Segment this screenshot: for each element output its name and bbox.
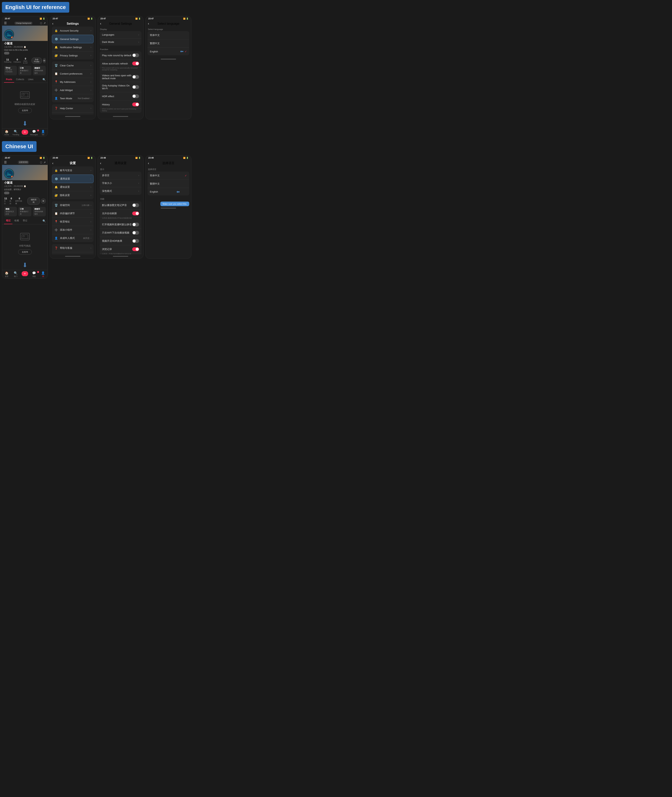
share-icon[interactable]: □ [40, 22, 42, 25]
tab-posts[interactable]: Posts [4, 77, 14, 83]
menu-icon[interactable]: ☰ [4, 21, 7, 25]
profile-toggle-zh[interactable] [4, 192, 10, 194]
settings-gear-icon-zh[interactable]: ⚙ [41, 198, 46, 203]
settings-about[interactable]: ℹ️ About 小红书 › [52, 112, 94, 115]
go-publish-btn-zh[interactable]: 去发布 [18, 249, 32, 255]
nav-messages[interactable]: 💬 1 Messages [29, 130, 38, 136]
back-btn-zh3[interactable]: ‹ [100, 161, 101, 165]
settings-clear-cache[interactable]: 🗑️ Clear Cache › [52, 61, 94, 70]
profile-toggle[interactable] [4, 52, 10, 54]
history[interactable]: History [100, 101, 141, 109]
play-note-sound[interactable]: Play note sound by default [100, 51, 141, 59]
edit-profile-btn[interactable]: Edit Profile [32, 57, 42, 64]
play-note-toggle-zh[interactable] [132, 203, 139, 207]
nav-trending[interactable]: 🔍 Trending [11, 130, 21, 136]
lang-traditional-zh[interactable]: 繁體中文 [147, 180, 189, 188]
cart-item[interactable]: 购物车 查看你的购物车 [33, 66, 46, 75]
settings-content-zh[interactable]: 📋 内容偏好调节 › [52, 209, 94, 218]
nav-messages-zh[interactable]: 💬 1 消息 [29, 271, 38, 278]
nav-home[interactable]: 🏠 Home [2, 130, 11, 136]
send-icon[interactable]: ↗ [43, 22, 46, 25]
back-btn-3[interactable]: ‹ [100, 22, 101, 26]
cart-item-zh[interactable]: 购物车 查看你的购物车 [33, 207, 46, 216]
nav-home-zh[interactable]: 🏠 首页 [2, 271, 11, 278]
search-icon-zh[interactable]: 🔍 [43, 219, 46, 222]
settings-help[interactable]: ❓ Help Center › [52, 104, 94, 112]
tab-notes[interactable]: 笔记 [4, 217, 13, 224]
nav-me-zh[interactable]: 👤 我 [38, 271, 48, 278]
play-note-toggle[interactable] [132, 53, 139, 57]
settings-general[interactable]: ⚙️ General Settings › [52, 35, 94, 43]
lang-simplified-zh[interactable]: 简体中文 ✓ [147, 172, 189, 180]
back-btn-4[interactable]: ‹ [148, 22, 149, 26]
shop-item[interactable]: Shop Fan and Fantastic [4, 66, 17, 75]
settings-addresses[interactable]: 📍 My Addresses › [52, 78, 94, 86]
languages-item-zh[interactable]: 多语言 ⬅ › [100, 172, 141, 179]
send-icon-zh[interactable]: ↗ [43, 161, 46, 164]
default-mute-toggle-zh[interactable] [132, 223, 139, 227]
wifi-autoplay[interactable]: Only Autoplay Videos On Wi-Fi [100, 82, 141, 92]
default-mute-toggle[interactable] [132, 75, 139, 79]
settings-teen-mode[interactable]: 👤 Teen Mode Not Enabled › [52, 94, 94, 102]
tab-liked[interactable]: 赞过 [21, 217, 29, 224]
settings-add-widget[interactable]: ➕ Add Widget › [52, 86, 94, 94]
languages-item[interactable]: Languages ⬅ › [100, 31, 141, 38]
wifi-autoplay-zh[interactable]: 只在WiFi下自动播放视频 [100, 229, 141, 237]
auto-refresh[interactable]: Allow automatic refresh [100, 59, 141, 68]
nav-me[interactable]: 👤 Me [38, 130, 48, 136]
change-bg-btn-zh[interactable]: 设置背景照 [18, 160, 29, 164]
history-toggle[interactable] [132, 102, 139, 106]
history-toggle-zh[interactable] [132, 247, 139, 251]
dark-mode-item[interactable]: Dark Mode › [100, 38, 141, 46]
dark-mode-item-zh[interactable]: 深色模式 › [100, 187, 141, 195]
back-btn[interactable]: ‹ [52, 22, 53, 26]
go-publish-btn[interactable]: 去发布 [18, 108, 32, 113]
back-btn-zh4[interactable]: ‹ [148, 161, 149, 165]
settings-address-zh[interactable]: 📍 收货地址 › [52, 218, 94, 226]
wifi-autoplay-toggle[interactable] [132, 85, 139, 89]
lang-english-zh[interactable]: English ⬅ [147, 188, 189, 195]
lang-simplified[interactable]: 简体中文 [147, 31, 189, 39]
change-bg-btn[interactable]: Change background [14, 22, 32, 25]
edit-profile-btn-zh[interactable]: 编辑资料 [27, 197, 40, 204]
settings-about-zh[interactable]: ℹ️ 关于小红书 › [52, 252, 94, 254]
lang-traditional[interactable]: 繁體中文 [147, 39, 189, 48]
tab-likes[interactable]: Likes [26, 77, 35, 83]
nav-add-zh[interactable]: + [20, 271, 29, 278]
orders-item-zh[interactable]: 订单 查看我的订单 [18, 207, 31, 216]
wifi-autoplay-toggle-zh[interactable] [132, 231, 139, 235]
shop-item-zh[interactable]: 购物 逛逛好玩又好买 [4, 207, 17, 216]
settings-content-pref[interactable]: 📋 Content preferences › [52, 70, 94, 78]
settings-account-security[interactable]: 🔒 Account Security › [52, 27, 94, 35]
nav-add[interactable]: + [20, 130, 29, 136]
lang-english[interactable]: English ✓ ⬅ [147, 48, 189, 55]
hdr-effect[interactable]: HDR effect [100, 92, 141, 101]
settings-gear-icon[interactable]: ⚙ [43, 58, 46, 63]
search-icon[interactable]: 🔍 [43, 78, 46, 81]
tab-collects[interactable]: Collects [14, 77, 26, 83]
settings-storage-zh[interactable]: 🗑️ 存储空间 1.05 GB › [52, 201, 94, 209]
settings-general-zh[interactable]: ⚙️ 通用设置 › [52, 175, 94, 183]
auto-refresh-toggle[interactable] [132, 62, 139, 65]
history-zh[interactable]: 浏览记录 [100, 245, 141, 254]
orders-item[interactable]: 订单 查看我的订单 [18, 66, 31, 75]
tab-favorites[interactable]: 收藏 [13, 217, 21, 224]
settings-teen-zh[interactable]: 👤 未成年人模式 未开启 › [52, 234, 94, 242]
add-button[interactable]: + [22, 130, 28, 135]
hdr-toggle[interactable] [132, 94, 139, 98]
default-mute[interactable]: Videos and lives open with default mute [100, 72, 141, 82]
add-button-zh[interactable]: + [22, 271, 28, 276]
auto-refresh-zh[interactable]: 允许自动刷新 [100, 209, 141, 218]
nav-trending-zh[interactable]: 🔍 热门 [11, 271, 21, 278]
share-icon-zh[interactable]: □ [40, 161, 42, 164]
hdr-effect-zh[interactable]: 视频开启HDR效果 [100, 237, 141, 245]
font-size-item[interactable]: 字体大小 › [100, 179, 141, 187]
settings-notification[interactable]: 🔔 Notification Settings › [52, 43, 94, 51]
hdr-toggle-zh[interactable] [132, 239, 139, 243]
settings-privacy-zh[interactable]: 🔐 隐私设置 › [52, 191, 94, 199]
settings-privacy[interactable]: 🔐 Privacy Settings › [52, 51, 94, 59]
settings-notification-zh[interactable]: 🔔 通知设置 › [52, 183, 94, 191]
settings-help-zh[interactable]: ❓ 帮助与客服 › [52, 244, 94, 252]
auto-refresh-toggle-zh[interactable] [132, 212, 139, 216]
default-mute-zh[interactable]: 打开视频和直播时默认静音 [100, 220, 141, 229]
